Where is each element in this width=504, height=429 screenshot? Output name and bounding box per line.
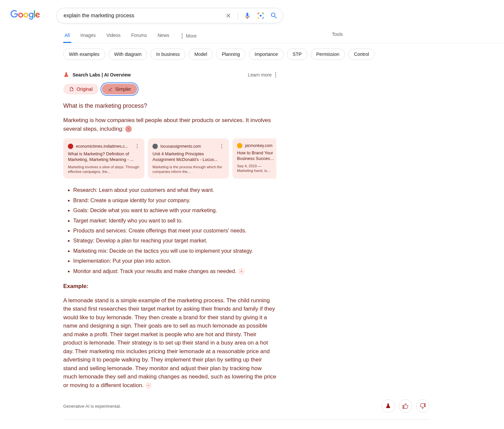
list-item: Target market: Identify who you want to … bbox=[73, 216, 276, 226]
learn-more-link[interactable]: Learn more bbox=[248, 72, 272, 77]
chip[interactable]: Permission bbox=[311, 49, 345, 60]
source-title: What is Marketing? Definition of Marketi… bbox=[68, 151, 140, 163]
source-snippet: Marketing is the process through which t… bbox=[152, 165, 224, 174]
bullet-list: Research: Learn about your customers and… bbox=[63, 185, 276, 276]
svg-point-5 bbox=[275, 74, 276, 75]
ai-heading: What is the marketing process? bbox=[63, 102, 276, 109]
list-item: Research: Learn about your customers and… bbox=[73, 185, 276, 195]
list-item: Brand: Create a unique identity for your… bbox=[73, 196, 276, 206]
filter-chips: With examples With diagram In business M… bbox=[63, 49, 504, 60]
google-logo[interactable] bbox=[10, 10, 41, 20]
list-item: Monitor and adjust: Track your results a… bbox=[73, 266, 276, 276]
source-domain: economictimes.indiatimes.c... bbox=[76, 144, 132, 149]
favicon-icon bbox=[68, 144, 73, 149]
chip[interactable]: With examples bbox=[63, 49, 105, 60]
thumbs-down-button[interactable] bbox=[416, 399, 429, 413]
svg-point-6 bbox=[275, 76, 276, 77]
source-domain: picmonkey.com bbox=[245, 143, 274, 148]
tab-images[interactable]: Images bbox=[79, 29, 97, 43]
more-vert-icon[interactable]: ⋮ bbox=[219, 143, 224, 149]
source-title: Unit 4 Marketing Principles Assignment M… bbox=[152, 151, 224, 163]
document-icon bbox=[69, 87, 74, 91]
more-vert-icon bbox=[180, 33, 184, 39]
svg-point-3 bbox=[181, 37, 182, 38]
source-card[interactable]: economictimes.indiatimes.c... ⋮ What is … bbox=[63, 138, 144, 179]
source-domain: locusassignments.com bbox=[160, 144, 216, 149]
clear-icon[interactable] bbox=[224, 12, 232, 20]
chevron-up-icon[interactable] bbox=[125, 126, 132, 132]
chevron-down-icon[interactable] bbox=[145, 382, 152, 389]
chip[interactable]: In business bbox=[150, 49, 185, 60]
tab-videos[interactable]: Videos bbox=[105, 29, 122, 43]
list-item: Implementation: Put your plan into actio… bbox=[73, 256, 276, 266]
simpler-toggle[interactable]: Simpler bbox=[102, 84, 137, 94]
source-snippet: Marketing involves a slew of steps. Thro… bbox=[68, 165, 140, 174]
favicon-icon bbox=[152, 144, 158, 149]
chip[interactable]: Importance bbox=[249, 49, 284, 60]
chip[interactable]: STP bbox=[287, 49, 307, 60]
tab-more[interactable]: More bbox=[179, 29, 198, 43]
source-card[interactable]: locusassignments.com ⋮ Unit 4 Marketing … bbox=[148, 138, 229, 179]
more-vert-icon[interactable] bbox=[275, 72, 276, 77]
thumbs-up-button[interactable] bbox=[399, 399, 412, 413]
chip[interactable]: Control bbox=[348, 49, 375, 60]
source-snippet: Sep 4, 2019 — Marketing hand, is when yo… bbox=[237, 164, 274, 173]
original-toggle[interactable]: Original bbox=[63, 84, 99, 94]
flask-button[interactable] bbox=[381, 399, 395, 413]
source-card[interactable]: picmonkey.com How to Brand Your Business… bbox=[232, 138, 276, 179]
tab-all[interactable]: All bbox=[63, 29, 71, 43]
divider bbox=[238, 11, 238, 20]
tab-news[interactable]: News bbox=[156, 29, 171, 43]
image-search-icon[interactable] bbox=[257, 12, 265, 20]
check-icon bbox=[108, 87, 113, 91]
chip[interactable]: With diagram bbox=[109, 49, 147, 60]
svg-point-2 bbox=[181, 35, 182, 36]
search-bar[interactable] bbox=[57, 8, 283, 23]
chip[interactable]: Planning bbox=[216, 49, 246, 60]
svg-point-4 bbox=[275, 72, 276, 73]
favicon-icon bbox=[237, 143, 242, 148]
ai-intro: Marketing is how companies tell people a… bbox=[63, 116, 276, 133]
list-item: Marketing mix: Decide on the tactics you… bbox=[73, 246, 276, 256]
svg-point-1 bbox=[181, 33, 182, 34]
ai-overview-title: Search Labs | AI Overview bbox=[73, 72, 131, 77]
search-tabs: All Images Videos Forums News More bbox=[63, 29, 198, 43]
list-item: Products and services: Create offerings … bbox=[73, 226, 276, 236]
example-body: A lemonade stand is a simple example of … bbox=[63, 296, 276, 390]
tools-button[interactable]: Tools bbox=[332, 32, 343, 41]
svg-point-0 bbox=[260, 15, 262, 17]
source-cards: economictimes.indiatimes.c... ⋮ What is … bbox=[63, 138, 276, 179]
tab-forums[interactable]: Forums bbox=[130, 29, 148, 43]
chevron-down-icon[interactable] bbox=[238, 268, 245, 275]
chip[interactable]: Model bbox=[189, 49, 213, 60]
ai-disclaimer: Generative AI is experimental. bbox=[63, 404, 121, 409]
search-icon[interactable] bbox=[270, 12, 278, 20]
list-item: Goals: Decide what you want to achieve w… bbox=[73, 206, 276, 215]
source-title: How to Brand Your Business Success - Pic… bbox=[237, 150, 274, 162]
more-vert-icon[interactable]: ⋮ bbox=[134, 143, 140, 149]
flask-icon bbox=[63, 72, 69, 78]
example-heading: Example: bbox=[63, 283, 276, 290]
voice-search-icon[interactable] bbox=[243, 12, 251, 20]
list-item: Strategy: Develop a plan for reaching yo… bbox=[73, 236, 276, 246]
search-input[interactable] bbox=[64, 13, 224, 19]
